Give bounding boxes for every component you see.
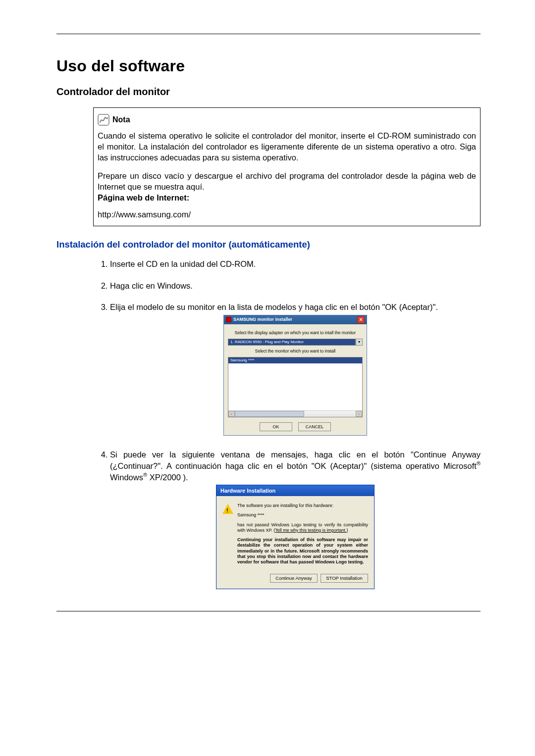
page-title: Uso del software [56, 57, 481, 75]
adapter-dropdown-value: 1. RADEON 9550 : Plug and Play Monitor [228, 339, 356, 346]
chevron-down-icon[interactable]: ▾ [356, 339, 363, 346]
installer-title: SAMSUNG monitor installer [233, 317, 292, 323]
monitor-list-selected[interactable]: Samsung **** [228, 357, 362, 363]
scroll-thumb[interactable] [235, 411, 304, 417]
note-icon [98, 114, 109, 126]
adapter-dropdown[interactable]: 1. RADEON 9550 : Plug and Play Monitor ▾ [228, 339, 363, 346]
note-header: Nota [98, 114, 476, 126]
step-1: Inserte el CD en la unidad del CD-ROM. [110, 259, 481, 269]
note-paragraph-1: Cuando el sistema operativo le solicite … [98, 131, 476, 163]
close-icon[interactable]: × [357, 316, 365, 323]
note-text: Cuando el sistema operativo le solicite … [98, 131, 476, 220]
installer-instruction-1: Select the display adapter on which you … [228, 330, 363, 336]
installer-button-row: OK CANCEL [228, 422, 363, 431]
install-steps-list: Inserte el CD en la unidad del CD-ROM. H… [93, 259, 481, 589]
hw-line-3: has not passed Windows Logo testing to v… [237, 522, 368, 534]
hw-message: The software you are installing for this… [237, 503, 368, 569]
note-title: Nota [112, 115, 130, 124]
note-paragraph-2: Prepare un disco vacío y descargue el ar… [98, 171, 476, 193]
hw-line-2: Samsung **** [237, 512, 368, 518]
warning-icon: ! [222, 503, 237, 569]
section-heading-install-auto: Instalación del controlador del monitor … [56, 239, 481, 250]
hw-title: Hardware Installation [220, 487, 275, 494]
monitor-list[interactable]: Samsung **** ‹ › [228, 357, 363, 417]
installer-app-icon [226, 317, 231, 322]
hw-body: ! The software you are installing for th… [216, 496, 374, 574]
hw-line-3b: ) [346, 528, 348, 533]
horizontal-scrollbar[interactable]: ‹ › [228, 410, 362, 417]
reg-mark-1: ® [477, 460, 481, 466]
document-page: Uso del software Controlador del monitor… [0, 0, 535, 641]
step-4-text-a: Si puede ver la siguiente ventana de men… [110, 450, 481, 470]
cancel-button[interactable]: CANCEL [298, 422, 331, 431]
step-3-text: Elija el modelo de su monitor en la list… [110, 302, 438, 311]
step-4: Si puede ver la siguiente ventana de men… [110, 450, 481, 590]
hw-line-1: The software you are installing for this… [237, 503, 368, 508]
scroll-track[interactable] [235, 411, 356, 417]
continue-anyway-button[interactable]: Continue Anyway [270, 574, 318, 583]
step-2: Haga clic en Windows. [110, 281, 481, 291]
step-4-text-c: XP/2000 ). [147, 473, 188, 482]
bottom-horizontal-rule [56, 611, 481, 611]
stop-installation-button[interactable]: STOP Installation [321, 574, 368, 583]
hw-warning-bold: Continuing your installation of this sof… [237, 537, 368, 565]
section-heading-controller: Controlador del monitor [56, 86, 481, 98]
installer-dialog: SAMSUNG monitor installer × Select the d… [223, 315, 367, 436]
installer-body: Select the display adapter on which you … [224, 324, 367, 435]
scroll-right-button[interactable]: › [356, 411, 362, 417]
top-horizontal-rule [56, 34, 481, 34]
installer-instruction-2: Select the monitor which you want to ins… [228, 349, 363, 354]
hw-titlebar: Hardware Installation [216, 485, 374, 496]
hw-testing-link[interactable]: Tell me why this testing is important. [275, 528, 346, 533]
warning-bang: ! [226, 507, 228, 514]
hardware-installation-dialog: Hardware Installation ! The software you… [216, 485, 374, 589]
step-3: Elija el modelo de su monitor en la list… [110, 302, 481, 436]
reg-mark-2: ® [143, 472, 147, 478]
installer-titlebar: SAMSUNG monitor installer × [224, 315, 367, 324]
hw-button-row: Continue Anyway STOP Installation [216, 574, 374, 589]
step-4-text-b: Windows [110, 473, 143, 482]
note-internet-label: Página web de Internet: [98, 193, 476, 203]
scroll-left-button[interactable]: ‹ [228, 411, 235, 417]
note-url: http://www.samsung.com/ [98, 209, 476, 220]
note-box: Nota Cuando el sistema operativo le soli… [93, 107, 481, 226]
ok-button[interactable]: OK [260, 422, 292, 431]
